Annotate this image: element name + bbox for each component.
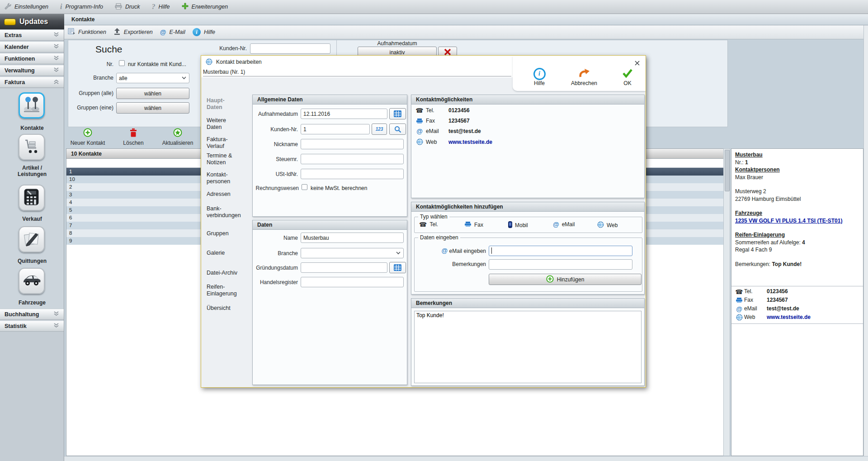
hinzufuegen-button[interactable]: Hinzufügen bbox=[489, 274, 642, 285]
kunden-nr-input[interactable] bbox=[250, 43, 330, 54]
tab-kontakte[interactable]: Kontakte bbox=[64, 14, 868, 25]
dialog-ok-button[interactable]: OK bbox=[610, 67, 645, 86]
daten-eingeben-groupbox: Daten eingeben @ eMail eingeben Bemerkun… bbox=[414, 238, 642, 292]
toolbar-email[interactable]: @ E-Mail bbox=[160, 29, 185, 35]
calendar-button[interactable] bbox=[389, 262, 406, 273]
nickname-input[interactable] bbox=[301, 139, 404, 149]
number-123-button[interactable]: 123 bbox=[372, 124, 387, 135]
sidebar-icon-quittungen[interactable] bbox=[19, 226, 45, 252]
dialog-cancel-button[interactable]: Abbrechen bbox=[567, 67, 601, 86]
toolbar-funktionen[interactable]: Funktionen bbox=[68, 28, 106, 36]
aufnahmedatum-input[interactable] bbox=[301, 109, 387, 119]
fax-value: 1234567 bbox=[767, 296, 788, 304]
sidebar-label-artikel[interactable]: Artikel / Leistungen bbox=[0, 165, 64, 177]
type-mobil[interactable]: Mobil bbox=[508, 221, 528, 229]
sidebar-icon-artikel[interactable] bbox=[19, 134, 45, 160]
ustid-input[interactable] bbox=[301, 169, 404, 179]
mwst-checkbox[interactable] bbox=[302, 184, 307, 190]
web-value[interactable]: www.testseite.de bbox=[448, 139, 492, 145]
toolbar-hilfe[interactable]: i Hilfe bbox=[193, 28, 215, 36]
plus-icon bbox=[182, 3, 189, 11]
check-icon bbox=[622, 68, 633, 79]
scrollbar-thumb[interactable] bbox=[725, 150, 730, 191]
sidebar-item-faktura[interactable]: Faktura bbox=[0, 77, 64, 88]
branche-select[interactable] bbox=[301, 248, 404, 258]
nr-label: Nr. bbox=[68, 61, 113, 67]
sidebar-label-fahrzeuge[interactable]: Fahrzeuge bbox=[0, 299, 64, 306]
chevron-down-icon bbox=[182, 76, 186, 80]
type-web[interactable]: Web bbox=[597, 221, 618, 229]
web-value[interactable]: www.testseite.de bbox=[767, 314, 811, 321]
sidebar-label-quittungen[interactable]: Quittungen bbox=[0, 258, 64, 264]
bemerkungen-input[interactable] bbox=[489, 259, 632, 270]
sidebar-label-verkauf[interactable]: Verkauf bbox=[0, 216, 64, 222]
dialog-nav-termine-notizen[interactable]: Termine &Notizen bbox=[207, 152, 232, 166]
menu-hilfe[interactable]: ? Hilfe bbox=[152, 4, 170, 10]
calendar-button[interactable] bbox=[389, 108, 406, 119]
refresh-button[interactable]: Aktualisieren bbox=[153, 128, 203, 146]
dialog-help-button[interactable]: i Hilfe bbox=[522, 67, 557, 86]
type-email[interactable]: @ eMail bbox=[553, 221, 575, 228]
bemerkungen-textarea[interactable] bbox=[414, 311, 642, 383]
dialog-nav-galerie[interactable]: Galerie bbox=[207, 250, 225, 257]
dialog-nav-kontaktpersonen[interactable]: Kontakt-personen bbox=[207, 171, 230, 185]
sidebar-item-funktionen[interactable]: Funktionen bbox=[0, 53, 64, 64]
sidebar-item-extras[interactable]: Extras bbox=[0, 30, 64, 41]
type-fax[interactable]: Fax bbox=[464, 221, 483, 228]
panel-title: Kontaktmöglichkeiten bbox=[411, 95, 644, 105]
detail-street: Musterweg 2 bbox=[731, 188, 863, 195]
dialog-nav-gruppen[interactable]: Gruppen bbox=[207, 230, 229, 237]
updates-banner[interactable]: Updates bbox=[0, 14, 64, 29]
dialog-nav-haupt-daten[interactable]: Haupt-Daten bbox=[207, 97, 225, 111]
search-contact-button[interactable] bbox=[389, 124, 406, 135]
branche-select[interactable]: alle bbox=[116, 73, 189, 83]
dialog-nav-faktura-verlauf[interactable]: Faktura-Verlauf bbox=[207, 136, 228, 150]
menu-label: Hilfe bbox=[159, 4, 170, 10]
aufnahmedatum-label: Aufnahmedatum bbox=[253, 111, 298, 117]
close-icon[interactable] bbox=[632, 58, 642, 67]
menu-label: Druck bbox=[125, 4, 140, 10]
gruppen-alle-waehlen-button[interactable]: wählen bbox=[116, 88, 189, 99]
only-customers-checkbox[interactable] bbox=[119, 60, 125, 66]
window-vertical-scrollbar[interactable] bbox=[863, 25, 868, 456]
sidebar-icon-verkauf[interactable] bbox=[19, 185, 45, 211]
sidebar-item-buchhaltung[interactable]: Buchhaltung bbox=[0, 309, 64, 320]
email-eingeben-input[interactable] bbox=[489, 246, 632, 256]
dialog-nav-bankverbindungen[interactable]: Bank-verbindungen bbox=[207, 205, 241, 219]
allgemeine-daten-panel: Allgemeine Daten Aufnahmedatum Kunden-Nr… bbox=[252, 95, 407, 217]
dialog-nav-adressen[interactable]: Adressen bbox=[207, 191, 231, 198]
functions-icon bbox=[68, 28, 75, 36]
dialog-nav-datei-archiv[interactable]: Datei-Archiv bbox=[207, 270, 237, 276]
type-tel[interactable]: ☎ Tel. bbox=[419, 221, 438, 228]
help-circle-icon: i bbox=[533, 68, 546, 80]
new-contact-button[interactable]: Neuer Kontakt bbox=[63, 128, 113, 146]
gruppen-eine-waehlen-button[interactable]: wählen bbox=[116, 102, 189, 114]
menu-erweiterungen[interactable]: Erweiterungen bbox=[182, 3, 228, 11]
menu-druck[interactable]: Druck bbox=[115, 3, 140, 11]
handelsregister-input[interactable] bbox=[301, 277, 404, 287]
dialog-nav-reifen-einlagerung[interactable]: Reifen-Einlagerung bbox=[207, 284, 237, 297]
sidebar-label-kontakte[interactable]: Kontakte bbox=[0, 125, 64, 131]
list-vertical-scrollbar[interactable] bbox=[723, 148, 730, 456]
typ-waehlen-groupbox: Typ wählen ☎ Tel. Fax Mobil @ eMail bbox=[414, 217, 642, 233]
sidebar-item-verwaltung[interactable]: Verwaltung bbox=[0, 65, 64, 76]
ustid-label: USt-IdNr. bbox=[253, 171, 298, 177]
window-horizontal-scrollbar[interactable] bbox=[64, 456, 868, 461]
vehicle-link[interactable]: 1235 VW GOLF VI PLUS 1.4 TSI (TE-ST01) bbox=[735, 218, 842, 224]
dialog-nav-uebersicht[interactable]: Übersicht bbox=[207, 305, 231, 312]
menu-label: Erweiterungen bbox=[192, 4, 228, 10]
sidebar-item-statistik[interactable]: Statistik bbox=[0, 321, 64, 332]
menu-einstellungen[interactable]: Einstellungen bbox=[5, 3, 48, 11]
delete-button[interactable]: Löschen bbox=[108, 128, 158, 146]
sidebar-item-kalender[interactable]: Kalender bbox=[0, 42, 64, 52]
steuernr-input[interactable] bbox=[301, 154, 404, 164]
name-input[interactable] bbox=[301, 233, 404, 243]
sidebar-icon-kontakte[interactable] bbox=[19, 92, 45, 119]
sidebar-icon-fahrzeuge[interactable] bbox=[19, 268, 45, 294]
toolbar-exportieren[interactable]: Exportieren bbox=[113, 28, 153, 37]
email-label: eMail bbox=[744, 305, 767, 313]
kunden-nr-input[interactable] bbox=[301, 124, 370, 134]
menu-programm-info[interactable]: i Programm-Info bbox=[60, 4, 103, 10]
dialog-nav-weitere-daten[interactable]: WeitereDaten bbox=[207, 117, 226, 131]
gruendungsdatum-input[interactable] bbox=[301, 262, 387, 273]
